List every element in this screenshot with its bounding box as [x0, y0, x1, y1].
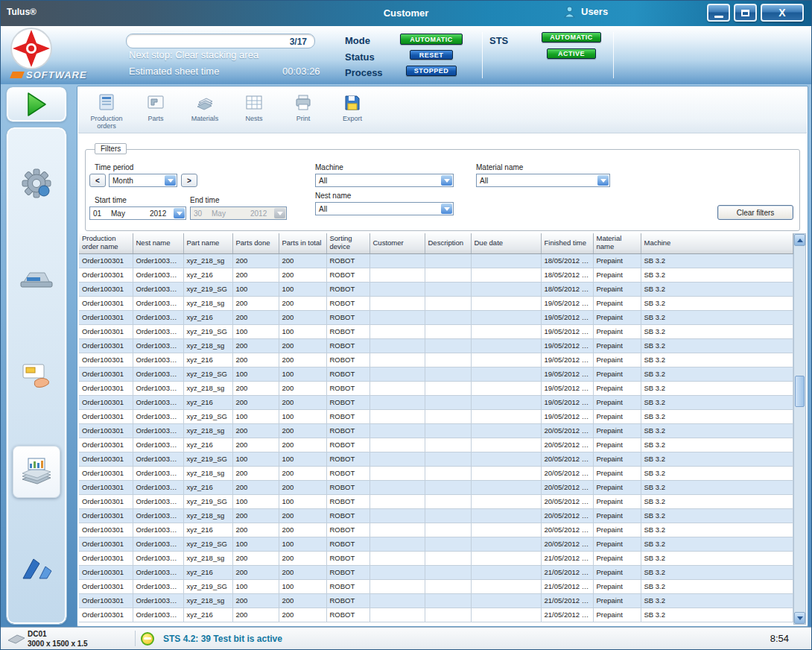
table-cell: 200 — [232, 395, 279, 409]
table-row[interactable]: Order100301Order100301001xyz_218_sg20020… — [79, 338, 793, 353]
column-header[interactable]: Material name — [593, 233, 641, 253]
column-header[interactable]: Due date — [471, 233, 541, 253]
start-time-select[interactable]: 01 May 2012 — [89, 206, 186, 220]
table-row[interactable]: Order100301Order100301001xyz_218_sg20020… — [79, 253, 793, 268]
sidebar-button-settings[interactable] — [13, 157, 60, 209]
table-cell: ROBOT — [326, 494, 369, 508]
machine-select[interactable]: All — [315, 174, 454, 187]
nest-name-select[interactable]: All — [315, 202, 454, 215]
table-row[interactable]: Order100301Order100301001xyz_218_sg20020… — [79, 296, 793, 310]
table-row[interactable]: Order100301Order100301001xyz_219_SG10010… — [79, 579, 793, 593]
table-cell: xyz_219_SG — [183, 367, 232, 381]
table-row[interactable]: Order100301Order100301001xyz_218_sg20020… — [79, 381, 793, 395]
table-cell: 200 — [279, 565, 326, 579]
table-cell: Prepaint — [593, 324, 641, 338]
maximize-button[interactable] — [734, 4, 757, 22]
table-row[interactable]: Order100301Order100301001xyz_218_sg20020… — [79, 593, 793, 608]
start-button[interactable] — [7, 87, 66, 122]
status-indicator[interactable]: RESET — [410, 50, 453, 60]
production-orders-icon — [98, 93, 115, 113]
users-menu[interactable]: Users — [563, 5, 608, 18]
table-cell — [369, 452, 425, 466]
table-row[interactable]: Order100301Order100301001xyz_219_SG10010… — [79, 324, 793, 338]
scroll-down-button[interactable] — [794, 612, 805, 624]
logo-accent-shape — [10, 72, 25, 78]
toolbar-export[interactable]: Export — [329, 91, 376, 122]
table-scrollbar[interactable] — [793, 233, 806, 625]
close-button[interactable]: X — [761, 4, 804, 22]
table-cell — [369, 381, 425, 395]
toolbar-parts[interactable]: Parts — [132, 91, 180, 122]
table-row[interactable]: Order100301Order100301001xyz_216200200RO… — [79, 395, 793, 409]
previous-period-button[interactable]: < — [89, 174, 106, 187]
table-row[interactable]: Order100301Order100301001xyz_219_SG10010… — [79, 409, 793, 423]
table-row[interactable]: Order100301Order100301001xyz_216200200RO… — [79, 608, 793, 622]
table-row[interactable]: Order100301Order100301001xyz_216200200RO… — [79, 268, 793, 282]
sheet-progress-field[interactable]: 3/17 — [126, 34, 315, 48]
table-row[interactable]: Order100301Order100301001xyz_216200200RO… — [79, 523, 793, 537]
toolbar-materials[interactable]: Materials — [181, 91, 229, 122]
column-header[interactable]: Production order name — [79, 233, 133, 253]
column-header[interactable]: Finished time — [541, 233, 593, 253]
table-cell: SB 3.2 — [641, 367, 793, 381]
material-name-select[interactable]: All — [476, 174, 610, 187]
table-row[interactable]: Order100301Order100301001xyz_216200200RO… — [79, 310, 793, 324]
table-row[interactable]: Order100301Order100301001xyz_218_sg20020… — [79, 551, 793, 565]
table-row[interactable]: Order100301Order100301001xyz_216200200RO… — [79, 438, 793, 452]
column-header[interactable]: Nest name — [133, 233, 183, 253]
end-time-select: 30 May 2012 — [190, 206, 287, 220]
table-cell: 200 — [232, 466, 279, 480]
table-cell: 200 — [279, 523, 326, 537]
status-bar: DC01 3000 x 1500 x 1.5 STS 4.2: 39 Test … — [1, 627, 811, 649]
table-cell: Order100301 — [79, 438, 133, 452]
table-cell: 100 — [232, 324, 279, 338]
toolbar-print[interactable]: Print — [279, 91, 327, 122]
time-period-select[interactable]: Month — [109, 174, 177, 187]
table-row[interactable]: Order100301Order100301001xyz_219_SG10010… — [79, 367, 793, 381]
table-row[interactable]: Order100301Order100301001xyz_216200200RO… — [79, 565, 793, 579]
sidebar-button-part-handling[interactable] — [13, 350, 60, 402]
column-header[interactable]: Sorting device — [326, 233, 369, 253]
table-cell: 20/05/2012 6:38 — [541, 508, 593, 523]
scroll-up-button[interactable] — [794, 234, 805, 246]
table-row[interactable]: Order100301Order100301001xyz_216200200RO… — [79, 353, 793, 367]
scrollbar-thumb[interactable] — [795, 376, 805, 407]
sts-status-indicator[interactable]: ACTIVE — [547, 48, 596, 59]
column-header[interactable]: Customer — [369, 233, 425, 253]
sts-mode-indicator[interactable]: AUTOMATIC — [542, 32, 601, 42]
sidebar-button-machine[interactable] — [13, 253, 60, 306]
table-cell: Order100301 — [79, 381, 133, 395]
table-cell: Prepaint — [593, 338, 641, 353]
table-row[interactable]: Order100301Order100301001xyz_219_SG10010… — [79, 282, 793, 296]
toolbar-nests[interactable]: Nests — [230, 91, 278, 122]
table-cell: ROBOT — [326, 423, 369, 438]
table-row[interactable]: Order100301Order100301001xyz_218_sg20020… — [79, 508, 793, 523]
table-cell — [369, 593, 425, 608]
next-period-button[interactable]: > — [181, 174, 197, 187]
clear-filters-button[interactable]: Clear filters — [717, 205, 793, 220]
table-row[interactable]: Order100301Order100301001xyz_219_SG10010… — [79, 452, 793, 466]
table-row[interactable]: Order100301Order100301001xyz_218_sg20020… — [79, 423, 793, 438]
column-header[interactable]: Parts done — [232, 233, 279, 253]
toolbar-production-orders[interactable]: Production orders — [83, 91, 130, 130]
table-cell: ROBOT — [326, 508, 369, 523]
column-header[interactable]: Parts in total — [279, 233, 326, 253]
mode-indicator[interactable]: AUTOMATIC — [400, 34, 463, 45]
table-row[interactable]: Order100301Order100301001xyz_219_SG10010… — [79, 537, 793, 551]
table-row[interactable]: Order100301Order100301001xyz_218_sg20020… — [79, 466, 793, 480]
sidebar-button-reports[interactable] — [13, 446, 60, 498]
process-indicator[interactable]: STOPPED — [406, 66, 457, 76]
table-cell — [369, 494, 425, 508]
column-header[interactable]: Part name — [183, 233, 232, 253]
materials-icon — [194, 93, 215, 113]
table-cell: Prepaint — [593, 466, 641, 480]
machine-status-icon[interactable] — [141, 632, 154, 646]
sidebar-button-tools[interactable] — [13, 542, 60, 594]
table-cell — [425, 438, 471, 452]
table-row[interactable]: Order100301Order100301001xyz_219_SG10010… — [79, 494, 793, 508]
table-row[interactable]: Order100301Order100301001xyz_216200200RO… — [79, 480, 793, 494]
column-header[interactable]: Machine — [641, 233, 793, 253]
minimize-button[interactable] — [707, 4, 730, 22]
column-header[interactable]: Description — [425, 233, 471, 253]
table-cell: 19/05/2012 12:... — [541, 353, 593, 367]
